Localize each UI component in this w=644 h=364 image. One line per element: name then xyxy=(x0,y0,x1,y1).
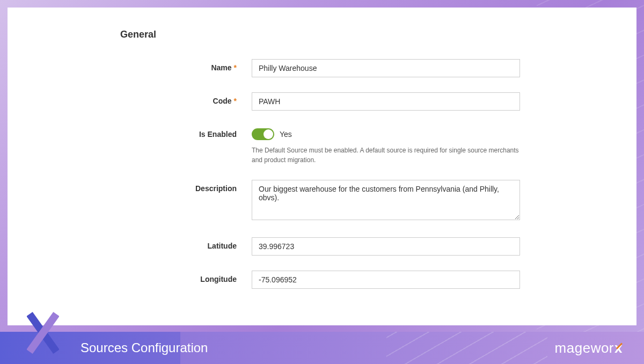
footer-title: Sources Configuration xyxy=(80,340,208,355)
name-input[interactable] xyxy=(252,59,520,77)
name-label: Name* xyxy=(40,59,252,72)
brand-logo-x: x xyxy=(614,340,623,356)
footer-bar: Sources Configuration mageworx xyxy=(0,332,644,364)
longitude-label: Longitude xyxy=(40,271,252,283)
required-star-icon: * xyxy=(234,97,237,105)
code-input[interactable] xyxy=(252,92,520,111)
latitude-label: Latitude xyxy=(40,237,252,250)
field-code-row: Code* xyxy=(40,92,604,111)
field-latitude-row: Latitude xyxy=(40,237,604,256)
brand-logo: mageworx xyxy=(555,340,623,356)
description-textarea[interactable] xyxy=(252,180,520,220)
page-background: General Name* Code* Is Enabled xyxy=(0,0,644,364)
field-description-row: Description xyxy=(40,180,604,222)
is-enabled-label: Is Enabled xyxy=(40,126,252,139)
is-enabled-helper: The Default Source must be enabled. A de… xyxy=(252,145,520,165)
longitude-input[interactable] xyxy=(252,271,520,289)
footer-decorative-stripes xyxy=(386,332,547,364)
brand-x-icon xyxy=(27,311,59,354)
form-panel: General Name* Code* Is Enabled xyxy=(8,8,636,325)
latitude-input[interactable] xyxy=(252,237,520,256)
code-label: Code* xyxy=(40,92,252,105)
required-star-icon: * xyxy=(234,63,237,72)
section-title: General xyxy=(120,29,604,40)
is-enabled-state: Yes xyxy=(280,130,292,139)
field-longitude-row: Longitude xyxy=(40,271,604,289)
field-name-row: Name* xyxy=(40,59,604,77)
field-enabled-row: Is Enabled Yes The Default Source must b… xyxy=(40,126,604,165)
toggle-knob-icon xyxy=(264,129,273,139)
is-enabled-toggle[interactable] xyxy=(252,128,274,140)
description-label: Description xyxy=(40,180,252,193)
